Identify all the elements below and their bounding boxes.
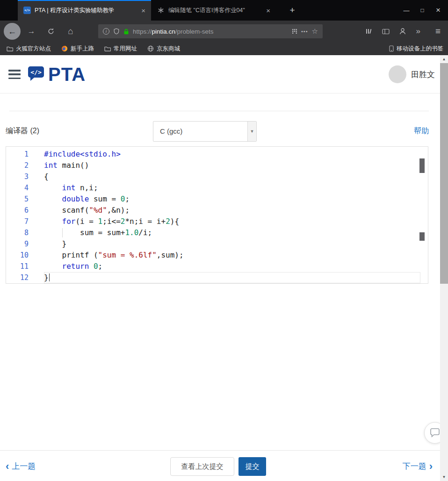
editor-scrollbar-mark[interactable]	[419, 232, 425, 241]
page-action-grid-icon[interactable]	[292, 29, 297, 34]
library-button[interactable]	[365, 28, 373, 35]
bookmark-firefox-official[interactable]: 火狐官方站点	[7, 45, 51, 53]
pta-logo-icon: </>	[26, 65, 45, 84]
bookmark-label: 新手上路	[71, 45, 94, 53]
scroll-down-icon[interactable]: ▼	[440, 473, 448, 481]
account-icon	[399, 28, 406, 35]
new-tab-button[interactable]: +	[286, 5, 298, 16]
submit-button[interactable]: 提交	[238, 457, 266, 476]
help-link[interactable]: 帮助	[414, 126, 429, 136]
folder-icon	[104, 46, 111, 51]
back-button[interactable]: ←	[4, 23, 21, 40]
firefox-icon	[61, 45, 68, 52]
code-line[interactable]: sum = sum+1.0/i;	[44, 227, 420, 238]
window-minimize-button[interactable]: —	[398, 7, 414, 14]
compiler-select[interactable]: C (gcc) ▼	[153, 121, 257, 142]
bookmark-common-sites[interactable]: 常用网址	[104, 45, 137, 53]
site-menu-toggle[interactable]	[8, 70, 21, 79]
url-scheme: https://	[133, 28, 152, 35]
reload-icon	[47, 28, 55, 35]
page-content: </> PTA 田胜文 编译器 (2) C (gcc) ▼ 帮助 1234567…	[0, 55, 440, 481]
prev-problem-label: 上一题	[12, 461, 36, 472]
window-close-button[interactable]: ×	[430, 6, 446, 15]
footer-divider	[0, 450, 440, 451]
home-button[interactable]: ⌂	[65, 26, 77, 37]
browser-tab-blog[interactable]: 编辑随笔 "C语言I博客作业04" ×	[152, 0, 276, 21]
code-line[interactable]: double sum = 0;	[44, 194, 420, 205]
compiler-label: 编译器 (2)	[6, 126, 39, 136]
next-problem-link[interactable]: 下一题 ›	[403, 461, 433, 472]
account-button[interactable]	[399, 28, 406, 35]
view-last-submission-button[interactable]: 查看上次提交	[170, 457, 234, 476]
window-maximize-button[interactable]: □	[414, 7, 430, 14]
user-box[interactable]: 田胜文	[389, 65, 435, 83]
mobile-bookmarks[interactable]: 移动设备上的书签	[389, 45, 443, 53]
code-editor[interactable]: 123456789101112 #include<stdio.h>int mai…	[6, 146, 428, 284]
feedback-widget-button[interactable]	[424, 422, 440, 444]
feedback-bubble-icon	[430, 428, 440, 438]
text-cursor	[49, 273, 50, 281]
editor-gutter: 123456789101112	[6, 149, 38, 283]
tracking-shield-icon[interactable]	[113, 28, 120, 35]
url-text: https://pintia.cn/problem-sets	[133, 28, 288, 35]
pta-favicon-icon: </>	[23, 7, 31, 14]
page-info-icon[interactable]: i	[103, 28, 109, 35]
ssl-lock-icon[interactable]	[123, 29, 129, 35]
code-line[interactable]: }	[44, 238, 420, 250]
library-icon	[365, 28, 373, 35]
scroll-up-icon[interactable]: ▲	[440, 55, 448, 63]
bookmark-getting-started[interactable]: 新手上路	[61, 45, 94, 53]
brand-name: PTA	[48, 65, 86, 84]
compiler-selected-value: C (gcc)	[160, 122, 182, 141]
pta-logo[interactable]: </> PTA	[26, 65, 86, 84]
tab-close-icon[interactable]: ×	[140, 7, 146, 14]
code-line[interactable]: int main()	[44, 160, 420, 171]
browser-toolbar: ← → ⌂ i https://pintia.cn/problem-sets •…	[0, 21, 448, 42]
page-scrollbar[interactable]: ▲ ▼	[440, 55, 448, 481]
code-line[interactable]: printf ("sum = %.6lf",sum);	[44, 250, 420, 261]
hamburger-menu-button[interactable]: ≡	[435, 26, 441, 36]
user-name: 田胜文	[411, 69, 435, 80]
page-actions-icon[interactable]: •••	[301, 29, 308, 34]
tab-title: 编辑随笔 "C语言I博客作业04"	[168, 7, 261, 14]
browser-tab-bar: </> PTA | 程序设计类实验辅助教学 × 编辑随笔 "C语言I博客作业04…	[0, 0, 448, 21]
code-line[interactable]: int n,i;	[44, 182, 420, 194]
code-line[interactable]: return 0;	[44, 261, 420, 272]
bookmark-star-icon[interactable]: ☆	[312, 27, 318, 36]
select-arrow-icon: ▼	[247, 122, 256, 141]
line-number: 4	[6, 182, 38, 194]
code-line[interactable]: #include<stdio.h>	[44, 149, 420, 160]
chevron-right-icon: ›	[429, 462, 433, 470]
overflow-menu-button[interactable]: »	[416, 27, 420, 36]
bookmark-label: 火狐官方站点	[16, 45, 51, 53]
scrollbar-thumb[interactable]	[440, 63, 448, 284]
globe-icon	[147, 45, 154, 52]
address-input[interactable]: i https://pintia.cn/problem-sets ••• ☆	[98, 24, 323, 38]
tab-close-icon[interactable]: ×	[265, 7, 271, 14]
bookmark-jd-mall[interactable]: 京东商城	[147, 45, 180, 53]
editor-scrollbar-thumb[interactable]	[419, 158, 425, 173]
editor-code[interactable]: #include<stdio.h>int main(){ int n,i; do…	[44, 149, 420, 283]
next-problem-label: 下一题	[403, 461, 426, 472]
prev-problem-link[interactable]: ‹ 上一题	[6, 461, 36, 472]
svg-text:</>: </>	[30, 69, 42, 76]
url-path: /problem-sets	[175, 28, 214, 35]
bookmark-label: 常用网址	[114, 45, 137, 53]
code-line[interactable]: {	[44, 171, 420, 182]
code-line[interactable]: scanf("%d",&n);	[44, 205, 420, 216]
browser-tab-pta[interactable]: </> PTA | 程序设计类实验辅助教学 ×	[18, 0, 151, 21]
site-header: </> PTA 田胜文	[0, 55, 440, 93]
toolbar-right-icons: » ≡	[365, 21, 441, 42]
reload-button[interactable]	[45, 26, 57, 37]
code-line[interactable]: }	[44, 272, 420, 283]
forward-button[interactable]: →	[25, 26, 37, 37]
line-number: 9	[6, 238, 38, 250]
user-avatar[interactable]	[389, 65, 406, 83]
code-line[interactable]: for(i = 1;i<=2*n;i = i+2){	[44, 216, 420, 227]
line-number: 12	[6, 272, 38, 283]
line-number: 8	[6, 227, 38, 238]
indent-guide	[62, 228, 63, 237]
bookmark-label: 京东商城	[157, 45, 180, 53]
folder-icon	[7, 46, 13, 51]
sidebar-toggle-button[interactable]	[382, 29, 390, 35]
